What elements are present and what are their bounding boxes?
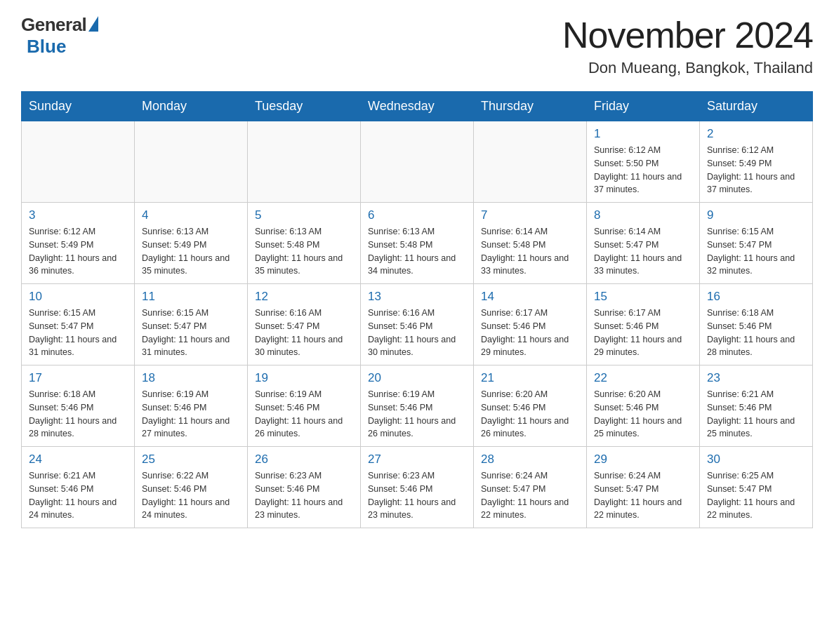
calendar-cell: 6Sunrise: 6:13 AM Sunset: 5:48 PM Daylig…: [361, 203, 474, 284]
day-header-sunday: Sunday: [22, 92, 135, 121]
calendar-cell: 23Sunrise: 6:21 AM Sunset: 5:46 PM Dayli…: [700, 365, 813, 447]
logo-blue-text: Blue: [27, 36, 66, 58]
day-header-friday: Friday: [587, 92, 700, 121]
week-row-1: 1Sunrise: 6:12 AM Sunset: 5:50 PM Daylig…: [22, 121, 813, 203]
week-row-3: 10Sunrise: 6:15 AM Sunset: 5:47 PM Dayli…: [22, 284, 813, 365]
calendar-cell: 29Sunrise: 6:24 AM Sunset: 5:47 PM Dayli…: [587, 447, 700, 528]
day-info: Sunrise: 6:16 AM Sunset: 5:46 PM Dayligh…: [368, 307, 466, 359]
calendar-cell: 14Sunrise: 6:17 AM Sunset: 5:46 PM Dayli…: [474, 284, 587, 365]
day-info: Sunrise: 6:16 AM Sunset: 5:47 PM Dayligh…: [255, 307, 353, 359]
day-number: 30: [707, 452, 805, 467]
calendar-cell: 18Sunrise: 6:19 AM Sunset: 5:46 PM Dayli…: [135, 365, 248, 447]
location-text: Don Mueang, Bangkok, Thailand: [562, 59, 813, 77]
day-number: 20: [368, 371, 466, 385]
day-number: 10: [29, 290, 127, 304]
day-header-saturday: Saturday: [700, 92, 813, 121]
day-info: Sunrise: 6:22 AM Sunset: 5:46 PM Dayligh…: [142, 469, 240, 522]
calendar-cell: 30Sunrise: 6:25 AM Sunset: 5:47 PM Dayli…: [700, 447, 813, 528]
day-number: 15: [594, 290, 692, 304]
day-info: Sunrise: 6:15 AM Sunset: 5:47 PM Dayligh…: [142, 307, 240, 359]
day-info: Sunrise: 6:19 AM Sunset: 5:46 PM Dayligh…: [142, 388, 240, 441]
day-number: 29: [594, 452, 692, 467]
day-number: 2: [707, 127, 805, 141]
calendar-cell: 8Sunrise: 6:14 AM Sunset: 5:47 PM Daylig…: [587, 203, 700, 284]
day-info: Sunrise: 6:21 AM Sunset: 5:46 PM Dayligh…: [707, 388, 805, 441]
day-info: Sunrise: 6:13 AM Sunset: 5:48 PM Dayligh…: [255, 225, 353, 278]
calendar-cell: 3Sunrise: 6:12 AM Sunset: 5:49 PM Daylig…: [22, 203, 135, 284]
calendar-cell: 11Sunrise: 6:15 AM Sunset: 5:47 PM Dayli…: [135, 284, 248, 365]
day-number: 24: [29, 452, 127, 467]
day-number: 13: [368, 290, 466, 304]
day-number: 1: [594, 127, 692, 141]
day-number: 18: [142, 371, 240, 385]
calendar-cell: 2Sunrise: 6:12 AM Sunset: 5:49 PM Daylig…: [700, 121, 813, 203]
day-number: 23: [707, 371, 805, 385]
week-row-4: 17Sunrise: 6:18 AM Sunset: 5:46 PM Dayli…: [22, 365, 813, 447]
calendar-cell: 17Sunrise: 6:18 AM Sunset: 5:46 PM Dayli…: [22, 365, 135, 447]
calendar-table: SundayMondayTuesdayWednesdayThursdayFrid…: [21, 91, 813, 528]
day-number: 4: [142, 208, 240, 222]
day-info: Sunrise: 6:24 AM Sunset: 5:47 PM Dayligh…: [594, 469, 692, 522]
calendar-cell: 7Sunrise: 6:14 AM Sunset: 5:48 PM Daylig…: [474, 203, 587, 284]
calendar-cell: 4Sunrise: 6:13 AM Sunset: 5:49 PM Daylig…: [135, 203, 248, 284]
day-info: Sunrise: 6:21 AM Sunset: 5:46 PM Dayligh…: [29, 469, 127, 522]
day-info: Sunrise: 6:14 AM Sunset: 5:48 PM Dayligh…: [481, 225, 579, 278]
calendar-cell: [22, 121, 135, 203]
calendar-cell: 16Sunrise: 6:18 AM Sunset: 5:46 PM Dayli…: [700, 284, 813, 365]
day-number: 9: [707, 208, 805, 222]
day-info: Sunrise: 6:19 AM Sunset: 5:46 PM Dayligh…: [368, 388, 466, 441]
day-info: Sunrise: 6:15 AM Sunset: 5:47 PM Dayligh…: [707, 225, 805, 278]
day-number: 27: [368, 452, 466, 467]
day-header-tuesday: Tuesday: [248, 92, 361, 121]
calendar-cell: 25Sunrise: 6:22 AM Sunset: 5:46 PM Dayli…: [135, 447, 248, 528]
day-info: Sunrise: 6:13 AM Sunset: 5:48 PM Dayligh…: [368, 225, 466, 278]
calendar-cell: 27Sunrise: 6:23 AM Sunset: 5:46 PM Dayli…: [361, 447, 474, 528]
day-info: Sunrise: 6:20 AM Sunset: 5:46 PM Dayligh…: [481, 388, 579, 441]
day-number: 12: [255, 290, 353, 304]
week-row-5: 24Sunrise: 6:21 AM Sunset: 5:46 PM Dayli…: [22, 447, 813, 528]
day-info: Sunrise: 6:24 AM Sunset: 5:47 PM Dayligh…: [481, 469, 579, 522]
day-number: 8: [594, 208, 692, 222]
calendar-header-row: SundayMondayTuesdayWednesdayThursdayFrid…: [22, 92, 813, 121]
day-info: Sunrise: 6:20 AM Sunset: 5:46 PM Dayligh…: [594, 388, 692, 441]
calendar-cell: 15Sunrise: 6:17 AM Sunset: 5:46 PM Dayli…: [587, 284, 700, 365]
day-info: Sunrise: 6:17 AM Sunset: 5:46 PM Dayligh…: [481, 307, 579, 359]
logo: General Blue: [21, 14, 98, 58]
calendar-cell: 21Sunrise: 6:20 AM Sunset: 5:46 PM Dayli…: [474, 365, 587, 447]
day-number: 11: [142, 290, 240, 304]
day-info: Sunrise: 6:12 AM Sunset: 5:50 PM Dayligh…: [594, 144, 692, 196]
calendar-cell: 12Sunrise: 6:16 AM Sunset: 5:47 PM Dayli…: [248, 284, 361, 365]
day-info: Sunrise: 6:25 AM Sunset: 5:47 PM Dayligh…: [707, 469, 805, 522]
day-info: Sunrise: 6:15 AM Sunset: 5:47 PM Dayligh…: [29, 307, 127, 359]
calendar-cell: 22Sunrise: 6:20 AM Sunset: 5:46 PM Dayli…: [587, 365, 700, 447]
calendar-cell: 5Sunrise: 6:13 AM Sunset: 5:48 PM Daylig…: [248, 203, 361, 284]
calendar-cell: 26Sunrise: 6:23 AM Sunset: 5:46 PM Dayli…: [248, 447, 361, 528]
logo-general-text: General: [21, 14, 86, 36]
calendar-cell: [361, 121, 474, 203]
calendar-cell: 10Sunrise: 6:15 AM Sunset: 5:47 PM Dayli…: [22, 284, 135, 365]
day-number: 14: [481, 290, 579, 304]
calendar-cell: [135, 121, 248, 203]
day-number: 7: [481, 208, 579, 222]
day-number: 16: [707, 290, 805, 304]
day-info: Sunrise: 6:23 AM Sunset: 5:46 PM Dayligh…: [368, 469, 466, 522]
day-info: Sunrise: 6:12 AM Sunset: 5:49 PM Dayligh…: [29, 225, 127, 278]
day-info: Sunrise: 6:23 AM Sunset: 5:46 PM Dayligh…: [255, 469, 353, 522]
calendar-cell: 20Sunrise: 6:19 AM Sunset: 5:46 PM Dayli…: [361, 365, 474, 447]
day-info: Sunrise: 6:12 AM Sunset: 5:49 PM Dayligh…: [707, 144, 805, 196]
day-number: 26: [255, 452, 353, 467]
calendar-cell: 1Sunrise: 6:12 AM Sunset: 5:50 PM Daylig…: [587, 121, 700, 203]
calendar-cell: 28Sunrise: 6:24 AM Sunset: 5:47 PM Dayli…: [474, 447, 587, 528]
day-info: Sunrise: 6:18 AM Sunset: 5:46 PM Dayligh…: [29, 388, 127, 441]
day-info: Sunrise: 6:14 AM Sunset: 5:47 PM Dayligh…: [594, 225, 692, 278]
day-number: 21: [481, 371, 579, 385]
day-number: 25: [142, 452, 240, 467]
week-row-2: 3Sunrise: 6:12 AM Sunset: 5:49 PM Daylig…: [22, 203, 813, 284]
calendar-cell: 13Sunrise: 6:16 AM Sunset: 5:46 PM Dayli…: [361, 284, 474, 365]
calendar-cell: 24Sunrise: 6:21 AM Sunset: 5:46 PM Dayli…: [22, 447, 135, 528]
day-info: Sunrise: 6:13 AM Sunset: 5:49 PM Dayligh…: [142, 225, 240, 278]
day-header-monday: Monday: [135, 92, 248, 121]
day-number: 6: [368, 208, 466, 222]
header-right: November 2024 Don Mueang, Bangkok, Thail…: [562, 14, 813, 77]
day-header-wednesday: Wednesday: [361, 92, 474, 121]
